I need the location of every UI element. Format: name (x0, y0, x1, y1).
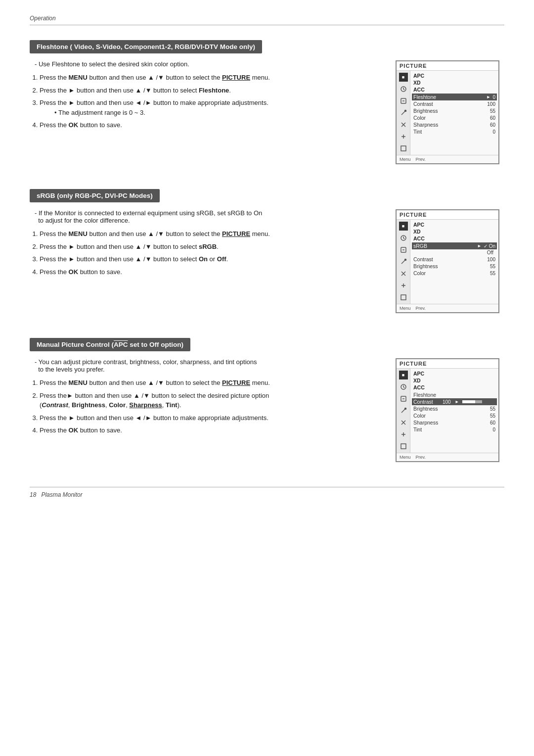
step: Press the ► button and then use ▲ /▼ but… (40, 242, 381, 252)
page: Operation Fleshtone ( Video, S-Video, Co… (0, 0, 534, 528)
osd-icon-2 (399, 245, 408, 254)
osd-item-brightness: Brightness55 (413, 263, 495, 270)
osd-title-srgb: PICTURE (397, 210, 498, 220)
osd-item-contrast: Contrast100 (413, 100, 495, 107)
step: Press the► button and then use ▲ /▼ butt… (40, 391, 381, 410)
osd-fleshtone: PICTURE ■ (396, 60, 504, 164)
apc-intro: - You can adjust picture contrast, brigh… (30, 358, 381, 373)
osd-item-tint: Tint0 (413, 128, 495, 135)
svg-point-5 (404, 110, 406, 112)
osd-icon-6 (399, 442, 408, 451)
osd-item-srgb: sRGB ►✓ On (412, 242, 497, 249)
osd-icon-3 (399, 108, 408, 117)
step: Press the OK button to save. (40, 267, 381, 277)
section-apc: Manual Picture Control (APC set to Off o… (30, 338, 504, 462)
section-srgb-text: - If the Monitor is connected to externa… (30, 209, 381, 281)
osd-item-color: Color60 (413, 114, 495, 121)
osd-icon-square: ■ (399, 222, 408, 231)
osd-icon-1 (399, 382, 408, 391)
osd-item-brightness-apc: Brightness55 (413, 405, 495, 412)
osd-icon-1 (399, 85, 408, 94)
osd-icon-2 (399, 96, 408, 105)
osd-icon-3 (399, 257, 408, 266)
srgb-intro: - If the Monitor is connected to externa… (30, 209, 381, 224)
svg-point-27 (404, 408, 406, 410)
osd-icon-4 (399, 418, 408, 427)
osd-main-srgb: APC XD ACC sRGB ►✓ On Off Contras (410, 220, 498, 304)
osd-icon-2 (399, 394, 408, 403)
svg-rect-10 (401, 146, 406, 151)
step: Press the OK button to save. (40, 120, 381, 130)
osd-apc: PICTURE ■ (396, 358, 504, 462)
osd-item-tint-apc: Tint0 (413, 426, 495, 433)
step: Press the ► button and then use ▲ /▼ but… (40, 254, 381, 264)
osd-icon-5 (399, 281, 408, 290)
section-label: Operation (30, 15, 56, 22)
section-srgb-content: - If the Monitor is connected to externa… (30, 209, 504, 313)
osd-footer-srgb: MenuPrev. (397, 304, 498, 312)
section-fleshtone-content: - Use Fleshtone to select the desired sk… (30, 60, 504, 164)
step: Press the ► button and then use ▲ /▼ but… (40, 86, 381, 95)
osd-title: PICTURE (397, 61, 498, 71)
svg-line-13 (403, 238, 404, 239)
section-srgb: sRGB (only RGB-PC, DVI-PC Modes) - If th… (30, 189, 504, 313)
section-fleshtone-text: - Use Fleshtone to select the desired sk… (30, 60, 381, 134)
svg-rect-32 (401, 444, 406, 449)
bottom-bar: 18 Plasma Monitor (30, 487, 504, 498)
step: Press the MENU button and then use ▲ /▼ … (40, 229, 381, 239)
section-srgb-header: sRGB (only RGB-PC, DVI-PC Modes) (30, 189, 160, 202)
fleshtone-intro: - Use Fleshtone to select the desired sk… (30, 60, 381, 68)
srgb-steps: Press the MENU button and then use ▲ /▼ … (30, 229, 381, 277)
section-apc-header: Manual Picture Control (APC set to Off o… (30, 338, 190, 351)
osd-icon-4 (399, 269, 408, 278)
section-fleshtone: Fleshtone ( Video, S-Video, Component1-2… (30, 40, 504, 164)
osd-item-fleshtone: Fleshtone ►0 (412, 94, 497, 100)
osd-item-fleshtone: Fleshtone (413, 391, 495, 398)
svg-line-2 (403, 89, 404, 90)
osd-icon-5 (399, 430, 408, 439)
osd-title-apc: PICTURE (397, 359, 498, 369)
section-apc-content: - You can adjust picture contrast, brigh… (30, 358, 504, 462)
osd-footer-apc: MenuPrev. (397, 453, 498, 461)
osd-footer: MenuPrev. (397, 155, 498, 163)
osd-item-color-apc: Color55 (413, 412, 495, 419)
osd-icon-4 (399, 120, 408, 129)
osd-item-contrast: Contrast100 (413, 256, 495, 263)
osd-icon-square: ■ (399, 371, 408, 379)
osd-item-sharpness-apc: Sharpness60 (413, 419, 495, 426)
page-number: 18 Plasma Monitor (30, 491, 83, 498)
section-apc-text: - You can adjust picture contrast, brigh… (30, 358, 381, 439)
apc-steps: Press the MENU button and then use ▲ /▼ … (30, 378, 381, 435)
osd-item-off: Off (413, 249, 495, 256)
osd-main-fleshtone: APC XD ACC Fleshtone ►0 Contrast100 (410, 71, 498, 155)
sub-bullet: The adjustment range is 0 ~ 3. (40, 108, 381, 118)
osd-item-sharpness: Sharpness60 (413, 121, 495, 128)
fleshtone-steps: Press the MENU button and then use ▲ /▼ … (30, 73, 381, 130)
osd-item-color: Color55 (413, 270, 495, 277)
osd-srgb: PICTURE ■ (396, 209, 504, 313)
osd-icon-3 (399, 406, 408, 415)
step: Press the ► button and then use ◄ /► but… (40, 413, 381, 423)
osd-item-brightness: Brightness55 (413, 107, 495, 114)
step: Press the MENU button and then use ▲ /▼ … (40, 378, 381, 388)
osd-icon-1 (399, 234, 408, 242)
osd-main-apc: APC XD ACC Fleshtone Contrast 100 ► (410, 369, 498, 453)
osd-icon-6 (399, 293, 408, 302)
step: Press the OK button to save. (40, 425, 381, 435)
step: Press the ► button and then use ◄ /► but… (40, 98, 381, 117)
osd-sidebar-srgb: ■ (397, 220, 410, 304)
svg-line-24 (403, 387, 404, 388)
top-bar: Operation (30, 15, 504, 25)
osd-sidebar-apc: ■ (397, 369, 410, 453)
osd-icon-6 (399, 144, 408, 153)
svg-rect-21 (401, 295, 406, 300)
step: Press the MENU button and then use ▲ /▼ … (40, 73, 381, 83)
section-fleshtone-header: Fleshtone ( Video, S-Video, Component1-2… (30, 40, 262, 53)
osd-icon-square: ■ (399, 73, 408, 82)
osd-sidebar: ■ (397, 71, 410, 155)
osd-icon-5 (399, 132, 408, 141)
svg-point-16 (404, 259, 406, 261)
osd-item-contrast-apc: Contrast 100 ► (412, 398, 497, 405)
